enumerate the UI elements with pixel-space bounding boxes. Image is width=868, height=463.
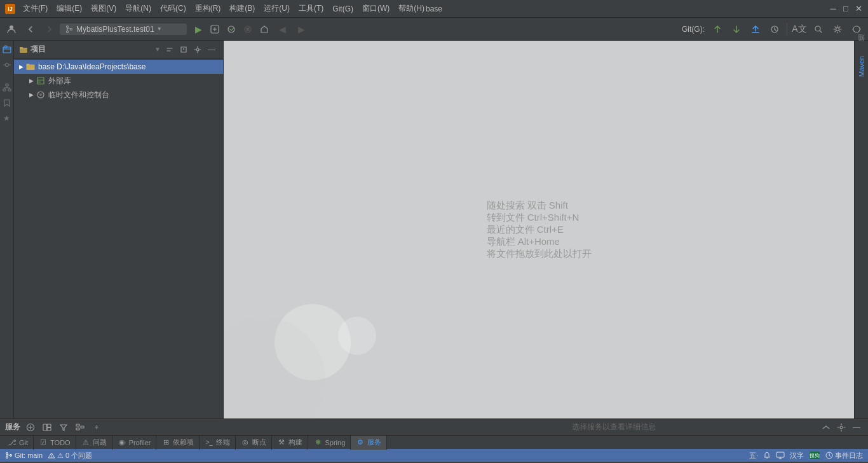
terminal-tab-icon: >_: [205, 438, 214, 447]
tree-label-extlib: 外部库: [48, 76, 71, 86]
hint-navbar: 导航栏 Alt+Home: [487, 236, 592, 248]
service-bar-left: 服务 +: [5, 421, 407, 434]
sidebar-icon-favorites[interactable]: ★: [1, 112, 13, 125]
menu-git[interactable]: Git(G): [329, 3, 357, 15]
tree-item-root[interactable]: ▶ base D:\Java\IdeaProjects\base: [14, 60, 223, 74]
search-everywhere-btn[interactable]: [810, 20, 827, 38]
right-sidebar-maven[interactable]: Maven: [857, 52, 867, 81]
tree-item-extlib[interactable]: ▶ 外部库: [14, 74, 223, 88]
settings-btn[interactable]: [829, 20, 846, 38]
group-btn[interactable]: [74, 421, 86, 434]
git-history-btn[interactable]: [766, 20, 783, 38]
tab-problems[interactable]: ⚠ 问题: [76, 436, 112, 450]
status-notification-bell[interactable]: [763, 452, 771, 459]
menu-window[interactable]: 窗口(W): [358, 2, 393, 15]
menu-build[interactable]: 构建(B): [226, 2, 259, 15]
project-tree: ▶ base D:\Java\IdeaProjects\base ▶ 外部库 ▶: [14, 59, 223, 418]
menu-file[interactable]: 文件(F): [19, 2, 51, 15]
tab-build[interactable]: ⚒ 构建: [272, 436, 308, 450]
update-btn[interactable]: [848, 20, 865, 38]
status-problems[interactable]: ⚠ 0 个问题: [48, 451, 92, 460]
menu-navigate[interactable]: 导航(N): [121, 2, 155, 15]
tab-dep-label: 依赖项: [173, 438, 194, 447]
service-settings-btn[interactable]: [835, 421, 848, 434]
tab-dependencies[interactable]: ⊞ 依赖项: [156, 436, 200, 450]
git-update-btn[interactable]: [709, 20, 726, 38]
menu-refactor[interactable]: 重构(R): [191, 2, 225, 15]
sidebar-icon-commit[interactable]: [1, 59, 13, 71]
minimize-button[interactable]: ─: [829, 4, 837, 13]
service-expand-btn[interactable]: [820, 421, 832, 434]
maximize-button[interactable]: □: [841, 4, 850, 13]
toolbar-forward-btn[interactable]: [41, 20, 58, 38]
svg-rect-27: [48, 427, 51, 431]
tab-git[interactable]: ⎇ Git: [3, 436, 34, 450]
sidebar-icon-project[interactable]: [1, 43, 13, 56]
filter-btn[interactable]: [57, 421, 70, 434]
folder-icon: [19, 45, 28, 54]
tab-spring[interactable]: ❃ Spring: [308, 436, 351, 450]
status-shurufa[interactable]: 搜狗: [809, 451, 820, 460]
menu-edit[interactable]: 编辑(E): [53, 2, 86, 15]
todo-tab-icon: ☑: [39, 438, 48, 447]
svg-point-1: [67, 25, 69, 27]
panel-settings-btn[interactable]: [191, 43, 204, 56]
status-event-log[interactable]: 事件日志: [825, 451, 863, 460]
service-placeholder: 选择服务以查看详细信息: [412, 422, 815, 432]
translate-btn[interactable]: A文: [790, 20, 808, 38]
menu-code[interactable]: 代码(C): [156, 2, 190, 15]
svg-point-10: [836, 27, 839, 31]
tree-item-scratch[interactable]: ▶ 临时文件和控制台: [14, 88, 223, 102]
panel-title: 项目: [31, 44, 149, 55]
svg-point-31: [840, 426, 843, 429]
panel-dropdown-icon[interactable]: ▼: [154, 46, 161, 53]
tab-terminal-label: 终端: [216, 438, 230, 447]
maximize-service-btn[interactable]: +: [90, 421, 103, 434]
run-button[interactable]: ▶: [191, 22, 206, 37]
status-monitor[interactable]: [776, 452, 785, 459]
menu-view[interactable]: 视图(V): [87, 2, 120, 15]
status-wubi[interactable]: 五·: [749, 451, 758, 460]
problems-tab-icon: ⚠: [81, 438, 90, 447]
tab-todo[interactable]: ☑ TODO: [34, 436, 76, 450]
svg-rect-18: [20, 47, 23, 48]
close-button[interactable]: ✕: [854, 4, 863, 13]
sidebar-icon-bookmark[interactable]: [1, 97, 13, 109]
build-button[interactable]: [207, 22, 222, 37]
status-bar: Git: main ⚠ 0 个问题 五· 汉字 搜狗 事件日志: [0, 449, 868, 462]
close-panel-btn[interactable]: —: [205, 43, 218, 56]
branch-name: MybatisPlusTest.test01: [76, 25, 154, 34]
expand-all-btn[interactable]: [177, 43, 190, 56]
editor-area[interactable]: 随处搜索 双击 Shift 转到文件 Ctrl+Shift+N 最近的文件 Ct…: [224, 41, 854, 418]
coverage-button[interactable]: [257, 22, 272, 37]
git-push-btn[interactable]: [747, 20, 764, 38]
stop-button[interactable]: [240, 22, 255, 37]
tab-build-label: 构建: [288, 438, 302, 447]
tab-terminal[interactable]: >_ 终端: [200, 436, 236, 450]
toolbar-user-btn[interactable]: [3, 20, 20, 38]
menu-run[interactable]: 运行(U): [260, 2, 294, 15]
menu-tools[interactable]: 工具(T): [295, 2, 327, 15]
service-minimize-btn[interactable]: —: [850, 421, 863, 434]
toolbar-back-btn[interactable]: [22, 20, 39, 38]
status-ime[interactable]: 汉字: [790, 451, 804, 460]
svg-rect-20: [27, 65, 35, 71]
branch-selector[interactable]: MybatisPlusTest.test01 ▼: [60, 24, 187, 35]
tab-breakpoints[interactable]: ◎ 断点: [236, 436, 272, 450]
svg-point-5: [228, 26, 234, 32]
layout-btn[interactable]: [41, 421, 53, 434]
menu-help[interactable]: 帮助(H): [395, 2, 428, 15]
hint-drop: 将文件拖放到此处以打开: [487, 248, 592, 260]
add-service-btn[interactable]: [24, 421, 37, 434]
tab-profiler[interactable]: ◉ Profiler: [112, 436, 157, 450]
debug-button[interactable]: [224, 22, 239, 37]
tab-services[interactable]: ⚙ 服务: [351, 436, 387, 450]
tree-label-root: base D:\Java\IdeaProjects\base: [38, 62, 146, 71]
sidebar-icon-structure[interactable]: [1, 81, 13, 94]
right-sidebar-notification[interactable]: 通知: [855, 43, 867, 51]
collapse-all-btn[interactable]: [163, 43, 176, 56]
git-commit-btn[interactable]: [728, 20, 745, 38]
run-group: ▶ ◀ ▶: [191, 20, 310, 38]
status-git[interactable]: Git: main: [5, 452, 43, 459]
git-label: Git(G):: [682, 25, 705, 34]
